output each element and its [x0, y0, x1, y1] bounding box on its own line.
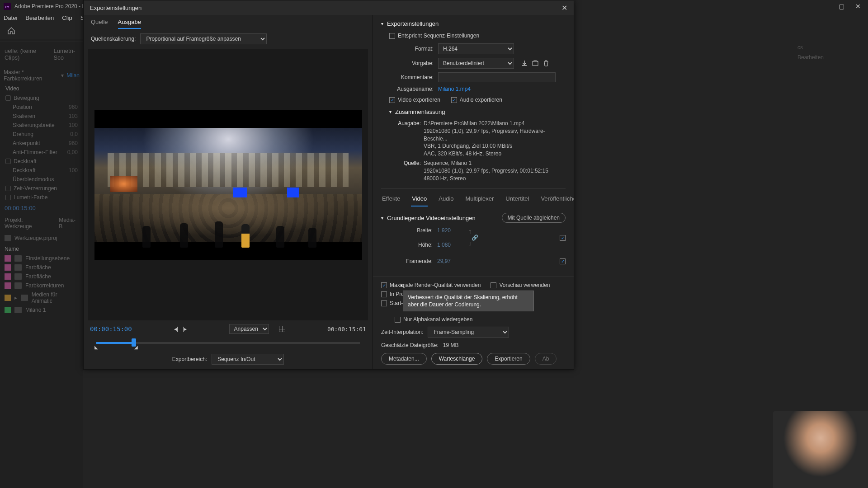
chevron-down-icon: ▾: [381, 21, 383, 26]
window-close-button[interactable]: ✕: [855, 3, 861, 10]
tab-video[interactable]: Video: [411, 192, 428, 206]
fx-scale[interactable]: Skalieren: [13, 113, 66, 119]
delete-preset-icon[interactable]: [543, 60, 549, 66]
source-scaling-select[interactable]: Proportional auf Framegröße anpassen: [140, 33, 267, 44]
framerate-value[interactable]: 29,97: [437, 258, 464, 264]
step-back-button[interactable]: ◂|: [174, 326, 178, 332]
export-video-checkbox[interactable]: Video exportieren: [389, 97, 440, 103]
tab-captions[interactable]: Untertitel: [505, 192, 530, 206]
tab-audio[interactable]: Audio: [438, 192, 454, 206]
breadcrumb-master[interactable]: Master * Farbkorrekturen: [4, 69, 58, 82]
match-sequence-checkbox[interactable]: Entspricht Sequenz-Einstellungen: [389, 33, 479, 39]
fx-anchor[interactable]: Ankerpunkt: [13, 140, 66, 146]
menu-edit[interactable]: Bearbeiten: [25, 14, 54, 21]
menu-file[interactable]: Datei: [4, 14, 17, 21]
bin-item[interactable]: Farbfläche: [25, 264, 51, 271]
output-name-link[interactable]: Milano 1.mp4: [438, 86, 471, 92]
max-render-quality-checkbox[interactable]: Maximale Render-Qualität verwenden: [381, 282, 481, 288]
basic-video-section[interactable]: ▾ Grundlegende Videoeinstellungen Mit Qu…: [381, 210, 566, 225]
in-marker-icon[interactable]: ◣: [94, 345, 98, 350]
app-title: Adobe Premiere Pro 2020 - D:\Pr: [14, 3, 94, 9]
bin-item[interactable]: Farbfläche: [25, 273, 51, 280]
save-preset-icon[interactable]: [521, 60, 528, 66]
preset-select[interactable]: Benutzerdefiniert: [438, 58, 514, 69]
metadata-button[interactable]: Metadaten...: [381, 353, 427, 365]
alpha-only-checkbox[interactable]: Nur Alphakanal wiedergeben: [395, 316, 472, 323]
framerate-lock-checkbox[interactable]: [560, 258, 566, 264]
export-range-select[interactable]: Sequenz In/Out: [212, 354, 284, 365]
width-value[interactable]: 1 920: [437, 227, 464, 234]
effect-timecode: 00:00:15:00: [0, 202, 83, 214]
timecode-duration: 00:00:15:01: [327, 326, 366, 333]
svg-rect-2: [533, 61, 538, 66]
fx-motion[interactable]: Bewegung: [14, 95, 78, 101]
time-interpolation-select[interactable]: Frame-Sampling: [428, 327, 509, 338]
source-scaling-label: Quellenskalierung:: [91, 36, 136, 42]
bin-item[interactable]: Farbkorrekturen: [25, 282, 64, 289]
summary-output-path: D:\Premiere Pro\Milan 2022\Milano 1.mp4: [424, 120, 524, 127]
tab-bearbeiten[interactable]: Bearbeiten: [797, 54, 824, 61]
menu-clip[interactable]: Clip: [62, 14, 72, 21]
dimension-bracket: ┐: [469, 227, 473, 234]
fx-blend[interactable]: Überblendmodus: [13, 176, 78, 183]
comments-input[interactable]: [438, 72, 556, 82]
use-previews-checkbox[interactable]: Vorschau verwenden: [491, 282, 550, 288]
preview-timeline[interactable]: ◣ ◢: [96, 336, 360, 349]
fx-opacity-group[interactable]: Deckkraft: [14, 158, 78, 164]
tooltip: Verbessert die Qualität der Skalierung, …: [403, 291, 534, 311]
tab-multiplexer[interactable]: Multiplexer: [465, 192, 495, 206]
cancel-button[interactable]: Ab: [535, 353, 557, 365]
aspect-grid-icon[interactable]: [279, 326, 285, 332]
fx-rotation[interactable]: Drehung: [13, 131, 67, 137]
export-range-label: Exportbereich:: [172, 356, 207, 362]
list-item: Farbfläche: [0, 272, 83, 281]
list-item: Einstellungsebene: [0, 254, 83, 263]
tab-source[interactable]: Quelle: [91, 19, 108, 29]
column-name[interactable]: Name: [0, 244, 83, 254]
step-forward-button[interactable]: |▸: [183, 326, 187, 332]
fx-lumetri[interactable]: Lumetri-Farbe: [14, 194, 78, 201]
width-label: Breite:: [401, 227, 433, 234]
app-logo: Pr: [4, 3, 11, 10]
zoom-fit-select[interactable]: Anpassen: [229, 324, 269, 334]
panel-tab-media[interactable]: Media-B: [59, 217, 79, 230]
summary-source-name: Sequence, Milano 1: [424, 160, 472, 166]
right-panel-tabs: cs Bearbeiten: [787, 39, 868, 84]
fx-position[interactable]: Position: [13, 104, 66, 110]
export-settings-section[interactable]: ▾ Exporteinstellungen: [381, 18, 566, 30]
breadcrumb-sequence[interactable]: Milan: [66, 72, 80, 79]
home-icon[interactable]: [7, 27, 15, 35]
bin-folder[interactable]: Medien für Animatic: [32, 291, 79, 304]
bin-sequence[interactable]: Milano 1: [25, 307, 46, 313]
fx-antiflicker[interactable]: Anti-Flimmer-Filter: [13, 149, 65, 155]
fx-scale-width[interactable]: Skalierungsbreite: [13, 122, 66, 128]
tab-unknown[interactable]: cs: [797, 44, 803, 51]
tab-output[interactable]: Ausgabe: [118, 19, 141, 29]
export-button[interactable]: Exportieren: [487, 353, 530, 365]
format-select[interactable]: H.264: [438, 43, 514, 54]
bin-item[interactable]: Einstellungsebene: [25, 255, 70, 262]
dimension-lock-checkbox[interactable]: [560, 235, 566, 241]
window-minimize-button[interactable]: —: [821, 3, 828, 10]
timecode-current[interactable]: 00:00:15:00: [90, 325, 132, 333]
queue-button[interactable]: Warteschlange: [431, 353, 483, 365]
height-value[interactable]: 1 080: [437, 242, 464, 248]
match-source-button[interactable]: Mit Quelle abgleichen: [502, 213, 566, 223]
dialog-close-button[interactable]: ✕: [561, 4, 567, 12]
window-maximize-button[interactable]: ▢: [839, 3, 844, 10]
import-preset-icon[interactable]: [532, 60, 538, 66]
out-marker-icon[interactable]: ◢: [134, 345, 138, 350]
chevron-down-icon: ▾: [381, 216, 383, 221]
panel-tab-source[interactable]: uelle: (keine Clips): [4, 45, 44, 65]
panel-tab-project[interactable]: Projekt: Werkzeuge: [5, 217, 51, 230]
export-audio-checkbox[interactable]: Audio exportieren: [451, 97, 502, 103]
fx-opacity[interactable]: Deckkraft: [13, 167, 66, 174]
fx-time[interactable]: Zeit-Verzerrungen: [14, 185, 78, 192]
estimated-size-label: Geschätzte Dateigröße:: [381, 342, 439, 348]
summary-section[interactable]: ▾ Zusammenfassung: [381, 106, 566, 118]
link-dimensions-icon[interactable]: 🔗: [472, 235, 478, 241]
tab-effects[interactable]: Effekte: [381, 192, 401, 206]
format-label: Format:: [389, 46, 434, 52]
tab-publish[interactable]: Veröffentlichen: [540, 192, 574, 206]
panel-tab-lumetri[interactable]: Lumetri-Sco: [53, 45, 80, 65]
